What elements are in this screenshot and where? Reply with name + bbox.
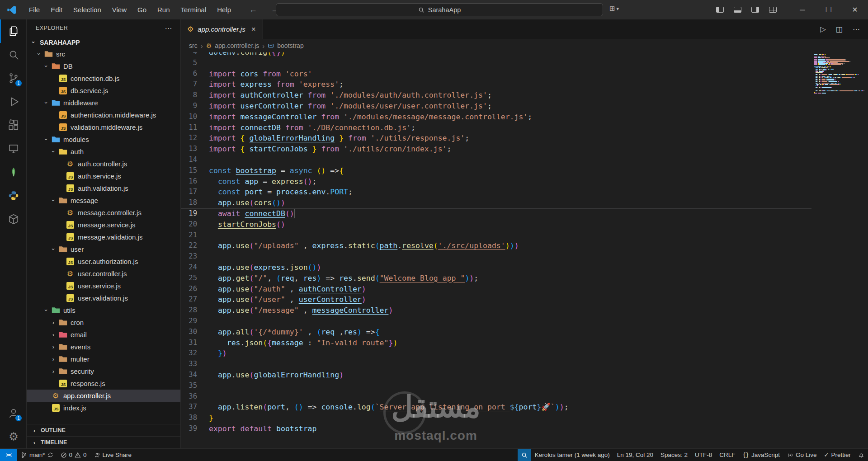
folder-middleware[interactable]: ›middleware (27, 97, 180, 109)
code-line-29[interactable]: 29 (181, 316, 868, 327)
code-line-17[interactable]: 17 const port = process.env.PORT; (181, 187, 868, 198)
tab-app-controller[interactable]: ⚙ app.controller.js × (181, 19, 263, 39)
file-message.controller.js[interactable]: ⚙message.controller.js (27, 207, 180, 219)
customize-layout-icon[interactable] (769, 7, 777, 13)
run-debug-icon[interactable] (0, 90, 26, 113)
code-line-10[interactable]: 10import messageController from './modul… (181, 112, 868, 122)
folder-email[interactable]: ›email (27, 329, 180, 341)
menu-selection[interactable]: Selection (68, 0, 107, 19)
menu-go[interactable]: Go (132, 0, 152, 19)
file-auth.controller.js[interactable]: ⚙auth.controller.js (27, 158, 180, 170)
close-tab-icon[interactable]: × (251, 25, 256, 34)
run-file-button[interactable]: ▷ (821, 25, 826, 33)
file-user.service.js[interactable]: JSuser.service.js (27, 280, 180, 292)
close-button[interactable]: ✕ (842, 0, 868, 19)
code-line-12[interactable]: 12import { globalErrorHandling } from '.… (181, 133, 868, 144)
code-line-22[interactable]: 22 app.use("/uploads" , express.static(p… (181, 240, 868, 251)
code-line-19[interactable]: 19 await connectDB() (181, 208, 868, 219)
file-auth.validation.js[interactable]: JSauth.validation.js (27, 182, 180, 194)
notifications-bell[interactable] (854, 449, 868, 461)
code-line-28[interactable]: 28 app.use("/message" , messageControlle… (181, 305, 868, 316)
accounts-icon[interactable]: 1 (0, 401, 26, 425)
remote-explorer-icon[interactable] (0, 137, 26, 160)
search-icon[interactable] (0, 43, 26, 66)
toggle-panel-icon[interactable] (734, 7, 741, 13)
code-line-31[interactable]: 31 res.json({message : "In-valid route"}… (181, 338, 868, 348)
folder-user[interactable]: ›user (27, 243, 180, 255)
back-button[interactable]: ← (249, 5, 257, 14)
folder-DB[interactable]: ›DB (27, 60, 180, 72)
code-line-30[interactable]: 30 app.all('{/*dummy}' , (req ,res) =>{ (181, 327, 868, 338)
code-line-35[interactable]: 35 (181, 381, 868, 391)
prettier-button[interactable]: ✓ Prettier (821, 449, 854, 461)
code-line-13[interactable]: 13import { startCronJobs } from './utils… (181, 144, 868, 155)
folder-events[interactable]: ›events (27, 341, 180, 353)
file-app.controller.js[interactable]: ⚙app.controller.js (27, 390, 180, 402)
settings-icon[interactable]: ⚙ (0, 425, 26, 448)
code-line-7[interactable]: 7import express from 'express'; (181, 79, 868, 90)
cursor-position[interactable]: Ln 19, Col 20 (613, 449, 657, 461)
file-response.js[interactable]: JSresponse.js (27, 377, 180, 390)
eol[interactable]: CRLF (716, 449, 739, 461)
breadcrumb-symbol[interactable]: bootstrap (277, 42, 303, 49)
code-line-38[interactable]: 38} (181, 413, 868, 423)
more-actions-button[interactable]: ⋯ (853, 25, 860, 33)
code-line-5[interactable]: 5 (181, 58, 868, 69)
language-mode[interactable]: {} JavaScript (739, 449, 783, 461)
file-validation.middleware.js[interactable]: JSvalidation.middleware.js (27, 121, 180, 133)
code-line-34[interactable]: 34 app.use(globalErrorHandling) (181, 370, 868, 381)
code-line-37[interactable]: 37 app.listen(port, () => console.log(`S… (181, 402, 868, 413)
minimize-button[interactable]: ─ (789, 0, 816, 19)
file-auth.service.js[interactable]: JSauth.service.js (27, 170, 180, 182)
folder-cron[interactable]: ›cron (27, 316, 180, 329)
code-line-11[interactable]: 11import connectDB from './DB/connection… (181, 122, 868, 133)
toggle-secondary-sidebar-icon[interactable] (751, 7, 759, 13)
folder-multer[interactable]: ›multer (27, 353, 180, 365)
file-user.validation.js[interactable]: JSuser.validation.js (27, 292, 180, 304)
containers-icon[interactable] (0, 207, 26, 231)
breadcrumb-file[interactable]: app.controller.js (215, 42, 259, 49)
maximize-button[interactable]: ☐ (816, 0, 842, 19)
menu-run[interactable]: Run (152, 0, 175, 19)
file-connection.db.js[interactable]: JSconnection.db.js (27, 72, 180, 85)
source-control-icon[interactable]: 1 (0, 66, 26, 90)
live-share-button[interactable]: Live Share (90, 449, 136, 461)
menu-edit[interactable]: Edit (45, 0, 68, 19)
menu-help[interactable]: Help (212, 0, 236, 19)
code-line-8[interactable]: 8import authController from './modules/a… (181, 90, 868, 101)
code-line-24[interactable]: 24 app.use(express.json()) (181, 262, 868, 273)
file-authentication.middleware.js[interactable]: JSauthentication.middleware.js (27, 109, 180, 121)
file-message.validation.js[interactable]: JSmessage.validation.js (27, 231, 180, 243)
code-line-36[interactable]: 36 (181, 391, 868, 402)
code-line-6[interactable]: 6import cors from 'cors' (181, 69, 868, 80)
folder-message[interactable]: ›message (27, 194, 180, 207)
code-line-25[interactable]: 25 app.get("/", (req, res) => res.send("… (181, 273, 868, 284)
code-line-27[interactable]: 27 app.use("/user" , userController) (181, 294, 868, 305)
python-icon[interactable] (0, 184, 26, 207)
command-center-search[interactable]: SarahaApp (276, 3, 603, 16)
encoding[interactable]: UTF-8 (691, 449, 716, 461)
go-live-button[interactable]: Go Live (783, 449, 821, 461)
timeline-section[interactable]: › TIMELINE (27, 436, 180, 448)
code-line-15[interactable]: 15const bootstrap = async () =>{ (181, 165, 868, 176)
minimap[interactable] (811, 52, 868, 448)
indentation[interactable]: Spaces: 2 (657, 449, 691, 461)
extensions-icon[interactable] (0, 113, 26, 137)
status-search-icon[interactable] (518, 449, 531, 461)
menu-file[interactable]: File (24, 0, 45, 19)
code-line-26[interactable]: 26 app.use("/auth" , authController) (181, 284, 868, 295)
file-user.authorization.js[interactable]: JSuser.authorization.js (27, 255, 180, 268)
breadcrumb-src[interactable]: src (189, 42, 198, 49)
code-line-9[interactable]: 9import userController from './modules/u… (181, 101, 868, 112)
code-line-39[interactable]: 39export default bootstrap (181, 423, 868, 434)
code-line-32[interactable]: 32 }) (181, 348, 868, 359)
folder-utils[interactable]: ›utils (27, 304, 180, 316)
explorer-icon[interactable] (0, 19, 26, 43)
root-folder[interactable]: › SARAHAAPP (27, 37, 180, 48)
code-line-21[interactable]: 21 (181, 230, 868, 241)
folder-modules[interactable]: ›modules (27, 133, 180, 146)
menu-terminal[interactable]: Terminal (175, 0, 212, 19)
code-line-14[interactable]: 14 (181, 155, 868, 165)
blame-item[interactable]: Kerolos tamer (1 week ago) (531, 449, 613, 461)
folder-src[interactable]: ›src (27, 48, 180, 60)
